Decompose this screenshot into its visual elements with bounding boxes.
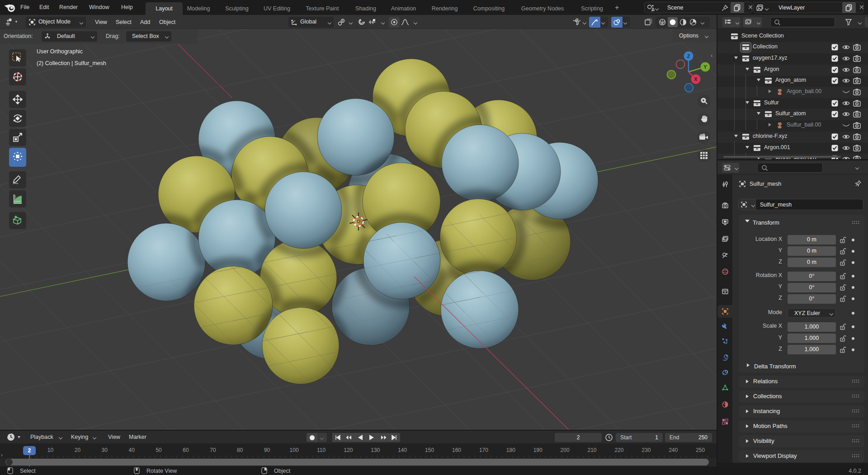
svg-text:X: X (694, 76, 698, 82)
svg-text:Y: Y (703, 64, 707, 70)
svg-text:Z: Z (687, 53, 690, 59)
